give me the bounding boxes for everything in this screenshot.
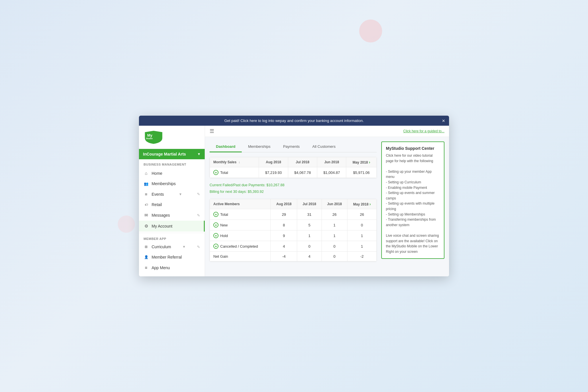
total-jun: $1,004.87 bbox=[317, 167, 346, 178]
active-cancelled-expand-button[interactable]: + bbox=[213, 244, 218, 249]
col-jul-2018-header: Jul 2018 bbox=[288, 157, 317, 167]
active-new-expand-button[interactable]: + bbox=[213, 222, 218, 228]
active-arrow-right-icon: › bbox=[370, 202, 371, 206]
app-window: Get paid! Click here to log into wepay a… bbox=[139, 116, 449, 276]
table-row: + Cancelled / Completed 4 0 0 1 bbox=[210, 241, 377, 252]
main-content: Dashboard Memberships Payments All Custo… bbox=[205, 137, 449, 276]
tab-memberships[interactable]: Memberships bbox=[242, 141, 277, 152]
logo-svg: My Studio ACADEMY bbox=[144, 130, 164, 145]
total-label: + Total bbox=[210, 167, 259, 178]
sidebar-item-events-label: Events bbox=[152, 192, 164, 197]
sidebar-item-messages[interactable]: ✉ Messages ✎ bbox=[139, 210, 205, 221]
active-total-expand-button[interactable]: + bbox=[213, 212, 218, 217]
net-gain-label: Net Gain bbox=[210, 252, 271, 261]
memberships-icon: 👥 bbox=[144, 182, 149, 186]
svg-text:Studio: Studio bbox=[146, 137, 153, 140]
curriculum-icon: ⊞ bbox=[144, 245, 149, 249]
active-aug-header: Aug 2018 bbox=[271, 199, 297, 209]
sidebar-logo: My Studio ACADEMY bbox=[139, 126, 205, 149]
failed-payments-link[interactable]: Current Failed/Past due Payments: $10,26… bbox=[210, 183, 285, 187]
arrow-right-icon: › bbox=[369, 160, 370, 164]
sidebar-item-curriculum-label: Curriculum bbox=[152, 244, 171, 249]
sidebar-item-my-account-label: My Account bbox=[152, 224, 172, 228]
monthly-sales-table: Monthly Sales ↕ Aug 2018 Jul 2018 Jun 20… bbox=[210, 157, 377, 178]
sidebar-item-retail[interactable]: 🏷 Retail bbox=[139, 199, 205, 210]
main-layout: My Studio ACADEMY InCourage Martial Arts… bbox=[139, 126, 449, 276]
sidebar-item-retail-label: Retail bbox=[152, 202, 162, 207]
col-jun-2018-header: Jun 2018 bbox=[317, 157, 346, 167]
svg-text:ACADEMY: ACADEMY bbox=[149, 141, 159, 143]
active-may-header: May 2018 › bbox=[347, 199, 377, 209]
notification-close-button[interactable]: × bbox=[442, 118, 445, 123]
support-intro: Click here for our video tutorial page f… bbox=[386, 153, 440, 254]
tab-dashboard[interactable]: Dashboard bbox=[210, 141, 242, 152]
sidebar-item-my-account[interactable]: ⚙ My Account bbox=[139, 221, 205, 232]
sidebar: My Studio ACADEMY InCourage Martial Arts… bbox=[139, 126, 205, 276]
total-may: $5,971.06 bbox=[346, 167, 377, 178]
hamburger-button[interactable]: ☰ bbox=[210, 128, 214, 134]
svg-text:My: My bbox=[147, 133, 153, 137]
app-menu-icon: ≡ bbox=[144, 265, 149, 270]
active-members-table: Active Members Aug 2018 Jul 2018 Jun 201… bbox=[210, 199, 377, 261]
sidebar-item-app-menu-label: App Menu bbox=[152, 265, 170, 270]
table-row: + New 8 5 1 0 bbox=[210, 220, 377, 230]
sidebar-item-home[interactable]: ⌂ Home bbox=[139, 168, 205, 178]
content-topbar: ☰ Click here for a guided to... bbox=[205, 126, 449, 137]
support-title: MyStudio Support Center bbox=[386, 146, 440, 151]
total-aug: $7,219.93 bbox=[259, 167, 288, 178]
sidebar-item-member-referral[interactable]: 👤 Member Referral bbox=[139, 252, 205, 262]
retail-icon: 🏷 bbox=[144, 203, 149, 206]
studio-dropdown[interactable]: InCourage Martial Arts ▼ bbox=[139, 149, 205, 159]
table-row: + Total 29 31 26 26 bbox=[210, 209, 377, 220]
member-app-label: Member App bbox=[139, 234, 205, 242]
guided-tour-link[interactable]: Click here for a guided to... bbox=[403, 129, 444, 133]
active-members-header: Active Members bbox=[210, 199, 271, 209]
support-panel: MyStudio Support Center Click here for o… bbox=[381, 141, 444, 272]
events-chevron-icon: ▼ bbox=[179, 192, 182, 196]
table-row: + Total $7,219.93 $4,067.78 $1,004.87 $5… bbox=[210, 167, 377, 178]
billing-info: Current Failed/Past due Payments: $10,26… bbox=[210, 182, 377, 195]
billing-link[interactable]: Billing for next 30 days: $5,393.92 bbox=[210, 190, 264, 194]
monthly-sales-header: Monthly Sales ↕ bbox=[210, 157, 259, 167]
sidebar-item-memberships[interactable]: 👥 Memberships bbox=[139, 178, 205, 189]
business-management-label: Business Management bbox=[139, 159, 205, 168]
messages-icon: ✉ bbox=[144, 213, 149, 218]
member-referral-icon: 👤 bbox=[144, 255, 149, 259]
sidebar-item-app-menu[interactable]: ≡ App Menu bbox=[139, 262, 205, 273]
messages-edit-icon[interactable]: ✎ bbox=[197, 213, 200, 218]
sidebar-item-memberships-label: Memberships bbox=[152, 181, 176, 186]
sidebar-item-events[interactable]: ≡ Events ▼ ✎ bbox=[139, 189, 205, 199]
content-area: ☰ Click here for a guided to... Dashboar… bbox=[205, 126, 449, 276]
my-account-icon: ⚙ bbox=[144, 224, 149, 229]
sidebar-item-messages-label: Messages bbox=[152, 213, 170, 218]
total-jul: $4,067.78 bbox=[288, 167, 317, 178]
studio-name: InCourage Martial Arts bbox=[143, 152, 186, 156]
tab-all-customers[interactable]: All Customers bbox=[306, 141, 342, 152]
support-box: MyStudio Support Center Click here for o… bbox=[381, 141, 444, 259]
home-icon: ⌂ bbox=[144, 171, 149, 176]
table-row: Net Gain -4 4 0 -2 bbox=[210, 252, 377, 261]
col-may-2018-header: May 2018 › bbox=[346, 157, 377, 167]
sidebar-item-home-label: Home bbox=[152, 171, 162, 176]
sidebar-item-member-referral-label: Member Referral bbox=[152, 255, 182, 259]
studio-chevron-icon: ▼ bbox=[197, 152, 201, 156]
tab-payments[interactable]: Payments bbox=[277, 141, 306, 152]
events-edit-icon[interactable]: ✎ bbox=[197, 192, 200, 196]
curriculum-edit-icon[interactable]: ✎ bbox=[197, 245, 200, 249]
table-row: + Hold 9 1 1 1 bbox=[210, 230, 377, 241]
col-aug-2018-header: Aug 2018 bbox=[259, 157, 288, 167]
sidebar-item-curriculum[interactable]: ⊞ Curriculum ▼ ✎ bbox=[139, 242, 205, 252]
active-jul-header: Jul 2018 bbox=[297, 199, 322, 209]
sort-icon: ↕ bbox=[239, 161, 240, 164]
sidebar-divider bbox=[139, 233, 205, 233]
notification-bar: Get paid! Click here to log into wepay a… bbox=[139, 116, 449, 126]
tabs-panel: Dashboard Memberships Payments All Custo… bbox=[210, 141, 377, 272]
active-jun-header: Jun 2018 bbox=[322, 199, 347, 209]
curriculum-chevron-icon: ▼ bbox=[182, 245, 186, 249]
events-icon: ≡ bbox=[144, 192, 149, 197]
total-expand-button[interactable]: + bbox=[213, 170, 218, 175]
notification-text[interactable]: Get paid! Click here to log into wepay a… bbox=[224, 119, 364, 123]
tabs-nav: Dashboard Memberships Payments All Custo… bbox=[210, 141, 377, 152]
active-hold-expand-button[interactable]: + bbox=[213, 233, 218, 238]
